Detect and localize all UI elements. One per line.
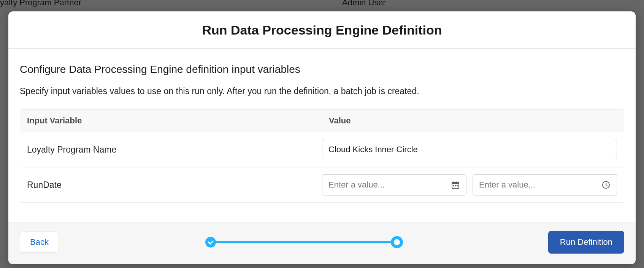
- calendar-icon[interactable]: [450, 180, 460, 190]
- modal-description: Specify input variables values to use on…: [20, 86, 624, 96]
- rundate-time-input[interactable]: [473, 174, 617, 195]
- modal-title: Run Data Processing Engine Definition: [16, 23, 628, 38]
- loyalty-program-name-input[interactable]: [322, 139, 617, 160]
- table-header: Input Variable Value: [20, 110, 624, 132]
- progress-line: [211, 241, 396, 243]
- table-row: Loyalty Program Name: [20, 132, 624, 167]
- svg-rect-1: [452, 182, 459, 184]
- progress-step-done-icon: [205, 237, 216, 248]
- modal-footer: Back Run Definition: [8, 222, 636, 264]
- variable-label-rundate: RunDate: [27, 180, 322, 190]
- modal-body: Configure Data Processing Engine definit…: [8, 49, 636, 222]
- svg-rect-5: [455, 185, 456, 186]
- svg-rect-3: [457, 181, 457, 183]
- progress-step-current-icon: [391, 236, 403, 248]
- table-header-input-variable: Input Variable: [20, 110, 322, 132]
- input-variables-table: Input Variable Value Loyalty Program Nam…: [20, 109, 624, 203]
- table-header-value: Value: [322, 110, 624, 132]
- progress-indicator: [59, 236, 548, 248]
- svg-rect-2: [454, 181, 454, 183]
- run-definition-modal: Run Data Processing Engine Definition Co…: [8, 11, 636, 264]
- svg-rect-4: [453, 185, 454, 186]
- rundate-date-input[interactable]: [322, 174, 466, 195]
- modal-subtitle: Configure Data Processing Engine definit…: [20, 63, 624, 76]
- run-definition-button[interactable]: Run Definition: [548, 231, 624, 254]
- modal-header: Run Data Processing Engine Definition: [8, 11, 636, 49]
- svg-rect-6: [457, 185, 458, 186]
- clock-icon[interactable]: [601, 180, 611, 190]
- variable-label-loyalty-program: Loyalty Program Name: [27, 145, 322, 155]
- back-button[interactable]: Back: [20, 232, 59, 253]
- table-row: RunDate: [20, 167, 624, 202]
